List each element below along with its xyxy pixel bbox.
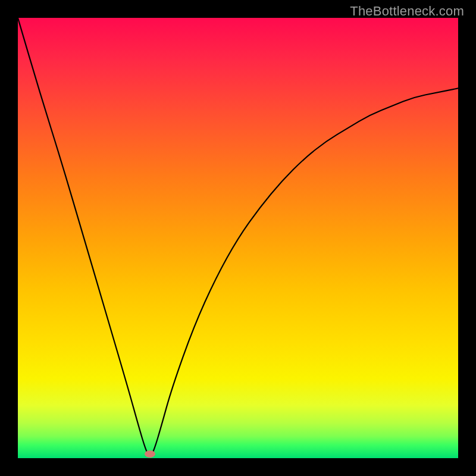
chart-frame: TheBottleneck.com xyxy=(0,0,476,476)
bottleneck-curve xyxy=(18,18,458,456)
optimal-point-marker xyxy=(145,450,155,458)
plot-area xyxy=(18,18,458,458)
watermark-text: TheBottleneck.com xyxy=(350,4,464,19)
curve-svg xyxy=(18,18,458,458)
